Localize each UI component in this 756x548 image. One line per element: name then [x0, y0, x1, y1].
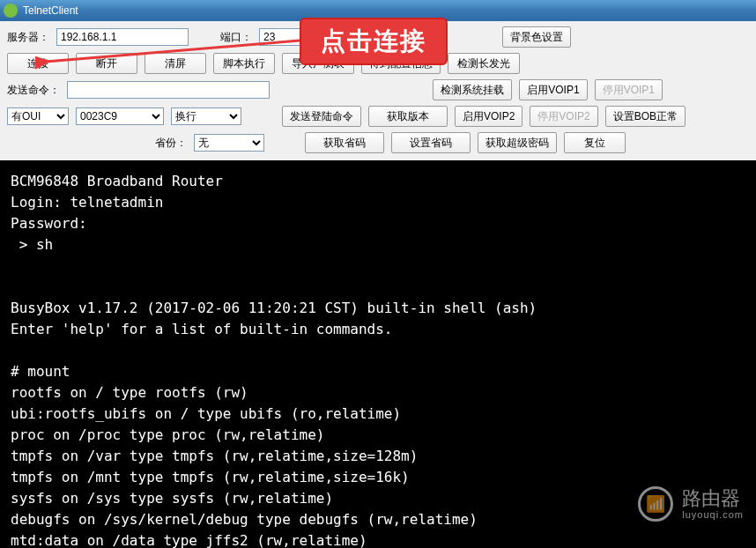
get-prov-code-button[interactable]: 获取省码	[305, 132, 384, 153]
oui-code-select[interactable]: 0023C9	[76, 107, 164, 125]
send-cmd-label: 发送命令：	[7, 83, 60, 98]
detect-sys-load-button[interactable]: 检测系统挂载	[433, 79, 512, 100]
set-bob-button[interactable]: 设置BOB正常	[605, 106, 686, 127]
oui-select[interactable]: 有OUI	[7, 107, 69, 125]
app-icon	[4, 4, 18, 18]
detect-long-light-button[interactable]: 检测长发光	[448, 53, 520, 74]
get-version-button[interactable]: 获取版本	[368, 106, 448, 127]
reset-button[interactable]: 复位	[564, 132, 626, 153]
window-title: TelnetClient	[23, 4, 78, 17]
toolbar-row-1: 服务器： 端口： 背景色设置	[7, 26, 749, 48]
port-label: 端口：	[220, 30, 252, 45]
set-prov-code-button[interactable]: 设置省码	[391, 132, 471, 153]
toolbar-row-5: 省份： 无 获取省码 设置省码 获取超级密码 复位	[7, 132, 749, 153]
script-exec-button[interactable]: 脚本执行	[213, 53, 275, 74]
clear-button[interactable]: 清屏	[145, 53, 206, 74]
toolbar-row-3: 发送命令： 检测系统挂载 启用VOIP1 停用VOIP1	[7, 79, 749, 100]
send-cmd-input[interactable]	[67, 81, 270, 99]
toolbar-panel: 服务器： 端口： 背景色设置 连接 断开 清屏 脚本执行 导入产测表 得到配置信…	[0, 21, 756, 160]
import-prodtest-button[interactable]: 导入产测表	[282, 53, 354, 74]
province-label: 省份：	[155, 136, 187, 151]
connect-button[interactable]: 连接	[7, 53, 69, 74]
window-titlebar: TelnetClient	[0, 0, 756, 21]
wrap-select[interactable]: 换行	[171, 107, 241, 125]
terminal-output[interactable]: BCM96848 Broadband Router Login: telneta…	[0, 160, 756, 548]
disconnect-button[interactable]: 断开	[76, 53, 137, 74]
bgcolor-button[interactable]: 背景色设置	[502, 26, 571, 48]
get-config-button[interactable]: 得到配置信息	[361, 53, 441, 74]
toolbar-row-2: 连接 断开 清屏 脚本执行 导入产测表 得到配置信息 检测长发光	[7, 53, 749, 74]
enable-voip1-button[interactable]: 启用VOIP1	[519, 79, 587, 100]
send-login-cmd-button[interactable]: 发送登陆命令	[282, 106, 361, 127]
disable-voip2-button[interactable]: 停用VOIP2	[530, 106, 597, 127]
enable-voip2-button[interactable]: 启用VOIP2	[455, 106, 523, 127]
server-label: 服务器：	[7, 30, 49, 45]
server-input[interactable]	[56, 28, 189, 46]
port-input[interactable]	[259, 28, 312, 46]
disable-voip1-button[interactable]: 停用VOIP1	[595, 79, 663, 100]
province-select[interactable]: 无	[194, 134, 264, 152]
toolbar-row-4: 有OUI 0023C9 换行 发送登陆命令 获取版本 启用VOIP2 停用VOI…	[7, 106, 749, 127]
get-super-pwd-button[interactable]: 获取超级密码	[478, 132, 557, 153]
